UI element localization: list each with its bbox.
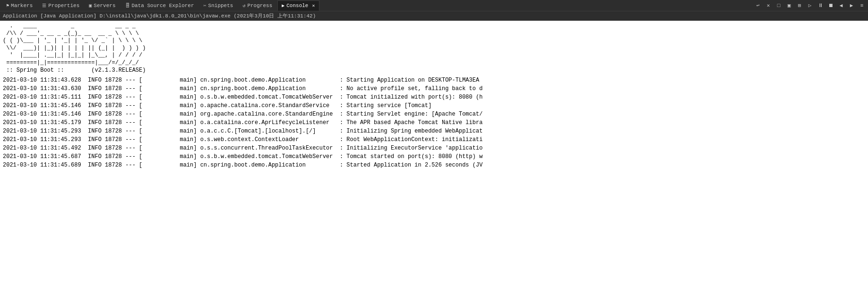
toolbar-btn-4[interactable]: ⊞	[795, 1, 804, 10]
app-header-text: Application [Java Application] D:\instal…	[3, 12, 316, 19]
toolbar-btn-3[interactable]: ▣	[785, 1, 793, 10]
app-header: Application [Java Application] D:\instal…	[0, 11, 868, 21]
tab-progress[interactable]: ↺Progress	[238, 0, 276, 11]
log-line-0: 2021-03-10 11:31:43.628 INFO 18728 --- […	[3, 76, 865, 84]
log-line-9: 2021-03-10 11:31:45.687 INFO 18728 --- […	[3, 152, 865, 161]
toolbar-btn-8[interactable]: ◀	[837, 1, 845, 10]
toolbar-btn-10[interactable]: ≡	[858, 1, 866, 10]
tab-markers[interactable]: ⚑Markers	[2, 0, 37, 11]
snippets-tab-icon: ✂	[204, 3, 206, 8]
close-icon[interactable]: ✕	[312, 3, 315, 8]
log-line-8: 2021-03-10 11:31:45.492 INFO 18728 --- […	[3, 144, 865, 152]
console-tab-icon: ▶	[282, 3, 284, 8]
toolbar-btn-9[interactable]: ▶	[847, 1, 856, 10]
log-line-4: 2021-03-10 11:31:45.146 INFO 18728 --- […	[3, 110, 865, 118]
console-tab-label: Console	[286, 3, 308, 8]
tab-snippets[interactable]: ✂Snippets	[199, 0, 238, 11]
markers-tab-label: Markers	[11, 3, 33, 8]
toolbar-btn-7[interactable]: ⏹	[826, 1, 835, 10]
markers-tab-icon: ⚑	[6, 3, 9, 8]
log-container: 2021-03-10 11:31:43.628 INFO 18728 --- […	[3, 76, 865, 169]
servers-tab-label: Servers	[94, 3, 115, 8]
properties-tab-icon: ☰	[42, 3, 46, 8]
toolbar-btn-2[interactable]: □	[774, 1, 783, 10]
progress-tab-label: Progress	[247, 3, 272, 8]
datasource-tab-icon: 🗄	[125, 3, 130, 8]
toolbar-btn-6[interactable]: ⏸	[816, 1, 825, 10]
spring-logo: . ____ _ __ _ _ /\\ / ___'_ __ _ _(_)_ _…	[3, 23, 865, 74]
log-line-7: 2021-03-10 11:31:45.293 INFO 18728 --- […	[3, 135, 865, 144]
log-line-1: 2021-03-10 11:31:43.630 INFO 18728 --- […	[3, 84, 865, 93]
tab-servers[interactable]: ▣Servers	[85, 0, 120, 11]
toolbar-btn-5[interactable]: ▷	[806, 1, 814, 10]
log-line-3: 2021-03-10 11:31:45.146 INFO 18728 --- […	[3, 101, 865, 110]
toolbar-btn-1[interactable]: ✕	[764, 1, 773, 10]
servers-tab-icon: ▣	[89, 3, 92, 8]
log-line-2: 2021-03-10 11:31:45.111 INFO 18728 --- […	[3, 93, 865, 101]
properties-tab-label: Properties	[48, 3, 79, 8]
snippets-tab-label: Snippets	[208, 3, 233, 8]
log-line-5: 2021-03-10 11:31:45.179 INFO 18728 --- […	[3, 118, 865, 127]
datasource-tab-label: Data Source Explorer	[132, 3, 194, 8]
progress-tab-icon: ↺	[242, 3, 245, 8]
tab-console[interactable]: ▶Console✕	[277, 0, 319, 11]
log-line-6: 2021-03-10 11:31:45.293 INFO 18728 --- […	[3, 127, 865, 135]
tab-properties[interactable]: ☰Properties	[38, 0, 84, 11]
log-line-10: 2021-03-10 11:31:45.689 INFO 18728 --- […	[3, 161, 865, 169]
tab-bar: ⚑Markers☰Properties▣Servers🗄Data Source …	[0, 0, 868, 11]
tab-datasource[interactable]: 🗄Data Source Explorer	[121, 0, 198, 11]
tab-bar-left: ⚑Markers☰Properties▣Servers🗄Data Source …	[2, 0, 319, 11]
toolbar-btn-0[interactable]: ↩	[754, 1, 762, 10]
tab-bar-right: ↩✕□▣⊞▷⏸⏹◀▶≡	[754, 1, 866, 10]
console-area[interactable]: . ____ _ __ _ _ /\\ / ___'_ __ _ _(_)_ _…	[0, 21, 868, 301]
